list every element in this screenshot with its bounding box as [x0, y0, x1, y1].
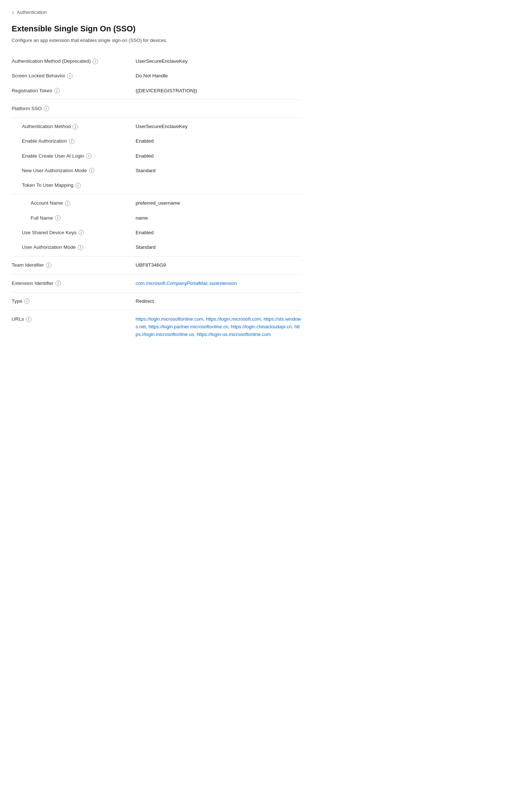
field-label-text-account-name: Account Name	[31, 200, 63, 207]
field-value-user-auth-mode: Standard	[136, 244, 302, 251]
field-label-platform-sso: Platform SSOi	[12, 105, 136, 112]
field-value-account-name: preferred_username	[136, 200, 302, 207]
field-value-type: Redirect	[136, 298, 302, 305]
field-row-extension-identifier: Extension Identifiericom.microsoft.Compa…	[12, 276, 302, 291]
field-row-account-name: Account Nameipreferred_username	[12, 196, 302, 210]
info-icon-auth-method-deprecated[interactable]: i	[93, 59, 98, 64]
field-row-enable-create-user: Enable Create User At LoginiEnabled	[12, 149, 302, 163]
field-label-user-auth-mode: User Authorization Modei	[12, 244, 136, 251]
field-row-full-name: Full Nameiname	[12, 211, 302, 225]
info-icon-enable-create-user[interactable]: i	[86, 153, 91, 159]
info-icon-registration-token[interactable]: i	[54, 88, 60, 93]
field-value-enable-authorization: Enabled	[136, 138, 302, 145]
field-row-enable-authorization: Enable AuthorizationiEnabled	[12, 134, 302, 148]
field-label-text-token-user-mapping: Token To User Mapping	[22, 182, 74, 189]
field-value-platform-auth-method: UserSecureEnclaveKey	[136, 123, 302, 130]
field-label-text-extension-identifier: Extension Identifier	[12, 280, 54, 287]
info-icon-user-auth-mode[interactable]: i	[78, 245, 83, 250]
field-row-urls: URLsihttps://login.microsoftonline.com, …	[12, 312, 302, 342]
breadcrumb-chevron-icon: ∧	[12, 9, 15, 16]
field-label-auth-method-deprecated: Authentication Method (Deprecated)i	[12, 58, 136, 65]
info-icon-enable-authorization[interactable]: i	[69, 139, 74, 144]
info-icon-extension-identifier[interactable]: i	[55, 281, 61, 286]
field-value-screen-locked-behavior: Do Not Handle	[136, 72, 302, 80]
info-icon-type[interactable]: i	[24, 298, 30, 304]
field-label-text-platform-sso: Platform SSO	[12, 105, 42, 112]
field-value-enable-create-user: Enabled	[136, 152, 302, 160]
info-icon-use-shared-device-keys[interactable]: i	[78, 230, 84, 235]
info-icon-new-user-auth-mode[interactable]: i	[89, 168, 94, 173]
field-label-full-name: Full Namei	[12, 214, 136, 222]
field-label-text-full-name: Full Name	[31, 214, 53, 222]
field-label-text-registration-token: Registration Token	[12, 87, 52, 94]
field-row-use-shared-device-keys: Use Shared Device KeysiEnabled	[12, 225, 302, 240]
field-label-type: Typei	[12, 298, 136, 305]
info-icon-account-name[interactable]: i	[65, 201, 70, 206]
field-label-text-enable-authorization: Enable Authorization	[22, 138, 67, 145]
field-label-text-enable-create-user: Enable Create User At Login	[22, 152, 84, 160]
field-label-use-shared-device-keys: Use Shared Device Keysi	[12, 229, 136, 236]
field-row-auth-method-deprecated: Authentication Method (Deprecated)iUserS…	[12, 54, 302, 69]
field-label-account-name: Account Namei	[12, 200, 136, 207]
info-icon-platform-auth-method[interactable]: i	[73, 124, 78, 129]
field-value-use-shared-device-keys: Enabled	[136, 229, 302, 236]
field-label-screen-locked-behavior: Screen Locked Behaviori	[12, 72, 136, 80]
field-label-text-new-user-auth-mode: New User Authorization Mode	[22, 167, 87, 174]
field-label-text-user-auth-mode: User Authorization Mode	[22, 244, 76, 251]
divider-platform-sso	[12, 117, 302, 118]
field-value-full-name: name	[136, 214, 302, 222]
field-value-new-user-auth-mode: Standard	[136, 167, 302, 174]
info-icon-full-name[interactable]: i	[55, 215, 61, 221]
field-row-team-identifier: Team IdentifieriUBF8T346G9	[12, 258, 302, 272]
field-value-extension-identifier: com.microsoft.CompanyPortalMac.ssoextens…	[136, 280, 237, 287]
field-label-enable-create-user: Enable Create User At Logini	[12, 152, 136, 160]
field-value-auth-method-deprecated: UserSecureEnclaveKey	[136, 58, 302, 65]
field-label-platform-auth-method: Authentication Methodi	[12, 123, 136, 130]
field-label-new-user-auth-mode: New User Authorization Modei	[12, 167, 136, 174]
field-label-team-identifier: Team Identifieri	[12, 262, 136, 269]
field-row-platform-auth-method: Authentication MethodiUserSecureEnclaveK…	[12, 119, 302, 134]
info-icon-token-user-mapping[interactable]: i	[75, 183, 81, 188]
page-container: ∧ Authentication Extensible Single Sign …	[0, 0, 313, 359]
field-label-text-screen-locked-behavior: Screen Locked Behavior	[12, 72, 65, 80]
page-subtitle: Configure an app extension that enables …	[12, 37, 302, 44]
info-icon-urls[interactable]: i	[26, 317, 31, 322]
field-label-extension-identifier: Extension Identifieri	[12, 280, 136, 287]
field-label-enable-authorization: Enable Authorizationi	[12, 138, 136, 145]
field-value-registration-token: {{DEVICEREGISTRATION}}	[136, 87, 302, 94]
divider-team-identifier	[12, 274, 302, 275]
divider-registration-token	[12, 100, 302, 100]
field-label-text-type: Type	[12, 298, 22, 305]
field-label-text-platform-auth-method: Authentication Method	[22, 123, 71, 130]
fields-container: Authentication Method (Deprecated)iUserS…	[12, 54, 302, 342]
divider-token-user-mapping	[12, 194, 302, 194]
field-row-user-auth-mode: User Authorization ModeiStandard	[12, 240, 302, 255]
field-label-token-user-mapping: Token To User Mappingi	[12, 182, 136, 189]
field-value-urls: https://login.microsoftonline.com, https…	[136, 316, 302, 338]
field-label-registration-token: Registration Tokeni	[12, 87, 136, 94]
field-row-token-user-mapping: Token To User Mappingi	[12, 178, 302, 193]
page-title: Extensible Single Sign On (SSO)	[12, 23, 302, 35]
breadcrumb: ∧ Authentication	[12, 9, 302, 16]
field-row-screen-locked-behavior: Screen Locked BehavioriDo Not Handle	[12, 69, 302, 83]
info-icon-team-identifier[interactable]: i	[46, 263, 51, 268]
field-label-text-team-identifier: Team Identifier	[12, 262, 44, 269]
field-row-type: TypeiRedirect	[12, 294, 302, 309]
field-label-urls: URLsi	[12, 316, 136, 323]
field-label-text-auth-method-deprecated: Authentication Method (Deprecated)	[12, 58, 91, 65]
field-label-text-use-shared-device-keys: Use Shared Device Keys	[22, 229, 77, 236]
field-label-text-urls: URLs	[12, 316, 24, 323]
field-row-new-user-auth-mode: New User Authorization ModeiStandard	[12, 163, 302, 178]
divider-user-auth-mode	[12, 256, 302, 256]
divider-type	[12, 310, 302, 310]
info-icon-screen-locked-behavior[interactable]: i	[67, 73, 73, 79]
field-row-platform-sso: Platform SSOi	[12, 101, 302, 116]
field-row-registration-token: Registration Tokeni{{DEVICEREGISTRATION}…	[12, 84, 302, 98]
divider-extension-identifier	[12, 292, 302, 293]
info-icon-platform-sso[interactable]: i	[44, 106, 49, 111]
field-value-team-identifier: UBF8T346G9	[136, 262, 302, 269]
breadcrumb-label: Authentication	[17, 9, 47, 16]
